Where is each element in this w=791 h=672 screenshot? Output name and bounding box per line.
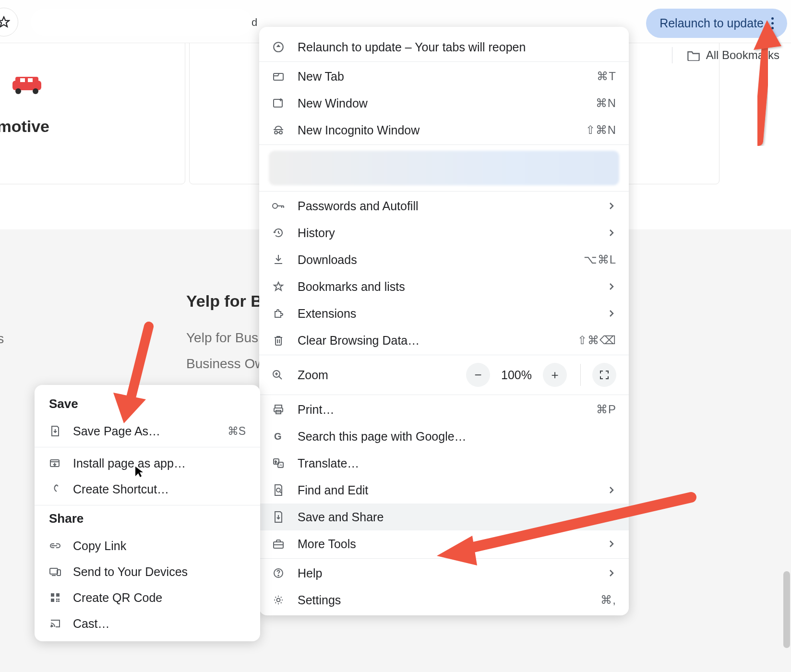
svg-point-25 xyxy=(278,575,279,576)
help-icon xyxy=(272,566,285,580)
submenu-copy-link[interactable]: Copy Link xyxy=(35,533,260,559)
zoom-in-icon xyxy=(272,369,285,381)
menu-label: Clear Browsing Data… xyxy=(298,334,565,348)
menu-bookmarks-lists[interactable]: Bookmarks and lists xyxy=(259,273,629,300)
shortcut-text: ⌥⌘L xyxy=(584,253,616,266)
menu-label: Save and Share xyxy=(298,510,594,524)
footer-heading: Yelp for B xyxy=(186,292,263,311)
footer-link: st Guides xyxy=(0,331,4,347)
menu-label: Passwords and Autofill xyxy=(298,199,594,213)
shortcut-text: ⌘P xyxy=(596,403,616,416)
install-app-icon xyxy=(49,458,61,468)
menu-downloads[interactable]: Downloads ⌥⌘L xyxy=(259,246,629,273)
menu-relaunch-update[interactable]: Relaunch to update – Your tabs will reop… xyxy=(259,34,629,60)
chevron-right-icon xyxy=(607,282,616,291)
menu-new-window[interactable]: New Window ⌘N xyxy=(259,90,629,117)
shortcut-text: ⇧⌘⌫ xyxy=(577,334,616,347)
mouse-cursor-icon xyxy=(134,466,144,478)
menu-label: Help xyxy=(298,566,594,580)
svg-point-11 xyxy=(279,131,282,134)
refresh-arrow-icon xyxy=(272,40,285,54)
submenu-create-qr[interactable]: Create QR Code xyxy=(35,585,260,611)
chevron-right-icon xyxy=(607,228,616,237)
menu-new-tab[interactable]: New Tab ⌘T xyxy=(259,63,629,90)
menu-help[interactable]: Help xyxy=(259,560,629,587)
menu-print[interactable]: Print… ⌘P xyxy=(259,396,629,423)
history-icon xyxy=(272,226,285,240)
menu-label: Search this page with Google… xyxy=(298,430,616,444)
shortcut-icon xyxy=(49,483,61,495)
svg-rect-28 xyxy=(50,568,58,574)
address-text: d xyxy=(252,16,257,29)
menu-label: Bookmarks and lists xyxy=(298,280,594,294)
menu-search-page-google[interactable]: G Search this page with Google… xyxy=(259,423,629,450)
chrome-overflow-menu: Relaunch to update – Your tabs will reop… xyxy=(259,27,629,615)
submenu-label: Cast… xyxy=(73,617,246,631)
menu-label: Downloads xyxy=(298,253,571,267)
menu-zoom: Zoom − 100% + xyxy=(259,356,629,394)
submenu-cast[interactable]: Cast… xyxy=(35,611,260,636)
menu-more-tools[interactable]: More Tools xyxy=(259,530,629,557)
menu-label: Extensions xyxy=(298,307,594,321)
translate-icon: A xyxy=(272,456,285,470)
relaunch-update-button[interactable]: Relaunch to update xyxy=(646,9,787,38)
menu-label: Print… xyxy=(298,403,584,417)
menu-passwords-autofill[interactable]: Passwords and Autofill xyxy=(259,192,629,219)
tab-icon xyxy=(272,70,285,83)
zoom-in-button[interactable]: + xyxy=(543,363,567,387)
svg-point-12 xyxy=(273,204,277,208)
menu-history[interactable]: History xyxy=(259,219,629,246)
submenu-label: Copy Link xyxy=(73,539,246,553)
devices-icon xyxy=(49,567,61,576)
submenu-install-app[interactable]: Install page as app… xyxy=(35,450,260,476)
menu-label: New Tab xyxy=(298,70,584,84)
zoom-value: 100% xyxy=(499,368,534,382)
menu-clear-browsing-data[interactable]: Clear Browsing Data… ⇧⌘⌫ xyxy=(259,327,629,354)
menu-find-edit[interactable]: Find and Edit xyxy=(259,477,629,504)
menu-label: More Tools xyxy=(298,537,594,551)
all-bookmarks-link[interactable]: All Bookmarks xyxy=(706,48,779,62)
shortcut-text: ⌘, xyxy=(600,593,616,607)
menu-translate[interactable]: A Translate… xyxy=(259,450,629,477)
star-icon xyxy=(272,280,285,293)
svg-point-2 xyxy=(15,88,21,94)
svg-rect-31 xyxy=(56,593,60,597)
fullscreen-button[interactable] xyxy=(592,363,616,387)
separator xyxy=(672,47,672,63)
svg-rect-5 xyxy=(28,78,33,82)
category-tile xyxy=(0,21,185,184)
submenu-send-devices[interactable]: Send to Your Devices xyxy=(35,559,260,585)
profile-row-blurred[interactable] xyxy=(269,151,619,185)
zoom-out-button[interactable]: − xyxy=(466,363,490,387)
scrollbar-thumb[interactable] xyxy=(783,571,790,648)
svg-text:A: A xyxy=(279,463,282,468)
menu-label: New Window xyxy=(298,96,583,110)
submenu-label: Install page as app… xyxy=(73,456,246,470)
submenu-save-page-as[interactable]: Save Page As… ⌘S xyxy=(35,418,260,444)
svg-rect-33 xyxy=(56,599,58,600)
svg-point-10 xyxy=(275,131,277,134)
svg-marker-6 xyxy=(0,17,9,27)
menu-extensions[interactable]: Extensions xyxy=(259,300,629,327)
menu-settings[interactable]: Settings ⌘, xyxy=(259,587,629,613)
svg-rect-36 xyxy=(58,599,60,600)
new-window-icon xyxy=(272,96,285,110)
trash-icon xyxy=(272,334,285,347)
svg-point-26 xyxy=(277,599,280,602)
chevron-right-icon xyxy=(607,513,616,521)
find-in-page-icon xyxy=(272,483,285,497)
submenu-create-shortcut[interactable]: Create Shortcut… xyxy=(35,476,260,502)
bookmark-star-icon[interactable] xyxy=(0,8,18,36)
svg-rect-30 xyxy=(51,593,54,597)
menu-new-incognito[interactable]: New Incognito Window ⇧⌘N xyxy=(259,117,629,144)
svg-rect-32 xyxy=(51,599,54,602)
link-icon xyxy=(49,542,61,549)
kebab-menu-icon[interactable] xyxy=(771,17,774,29)
menu-save-and-share[interactable]: Save and Share xyxy=(259,504,629,530)
shortcut-text: ⌘S xyxy=(228,425,246,438)
submenu-label: Save Page As… xyxy=(73,424,216,438)
google-g-icon: G xyxy=(272,430,285,443)
svg-point-3 xyxy=(33,88,38,94)
menu-label: History xyxy=(298,226,594,240)
svg-marker-13 xyxy=(274,282,283,290)
